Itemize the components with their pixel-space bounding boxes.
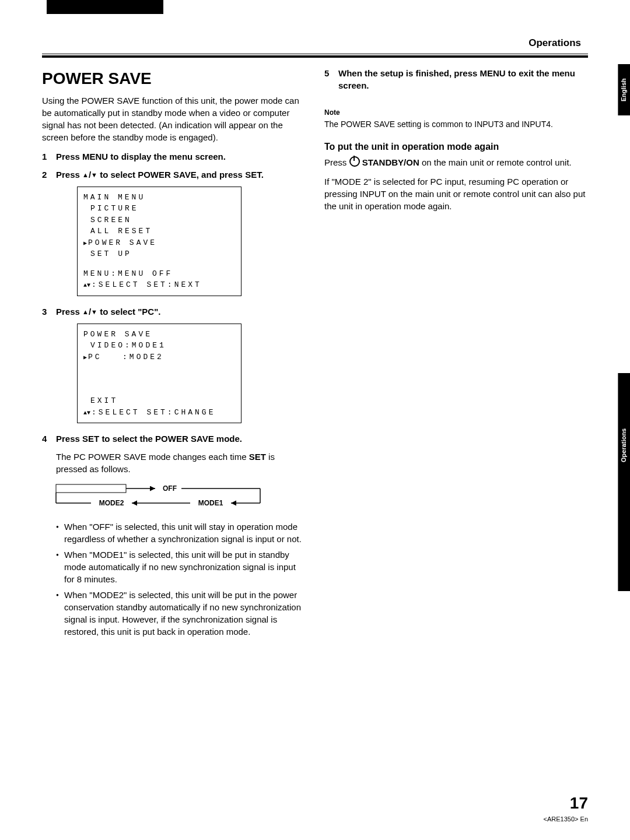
up-triangle-icon: ▲ — [82, 308, 89, 315]
top-black-bar — [47, 0, 163, 14]
note-text: The POWER SAVE setting is common to INPU… — [324, 119, 588, 131]
text: on the main unit or remote control unit. — [419, 157, 572, 167]
mode-bullets: When "OFF" is selected, this unit will s… — [42, 521, 306, 638]
page-title: POWER SAVE — [42, 67, 306, 90]
bullet-off: When "OFF" is selected, this unit will s… — [56, 521, 306, 545]
osd-line-selected: POWER SAVE — [83, 237, 235, 249]
step-1: 1 Press MENU to display the menu screen. — [42, 150, 306, 163]
resume-p1: Press STANDBY/ON on the main unit or rem… — [324, 156, 588, 168]
osd-text: PC — [88, 353, 102, 361]
side-tab-language: English — [618, 64, 630, 115]
up-triangle-icon: ▲ — [82, 171, 89, 178]
spacer — [324, 97, 588, 108]
text-bold: SET — [249, 452, 266, 462]
step-4: 4 Press SET to select the POWER SAVE mod… — [42, 433, 306, 445]
step-number: 5 — [324, 67, 332, 92]
right-column: 5 When the setup is finished, press MENU… — [324, 67, 588, 646]
step-text: Press ▲/▼ to select POWER SAVE, and pres… — [56, 168, 306, 181]
osd-text: POWER SAVE — [88, 238, 157, 247]
bullet-mode1: When "MODE1" is selected, this unit will… — [56, 549, 306, 585]
osd-spacer — [102, 353, 123, 361]
resume-heading: To put the unit in operation mode again — [324, 140, 588, 153]
svg-rect-0 — [56, 484, 126, 493]
osd-line: SET UP — [83, 248, 235, 260]
cycle-svg: OFF MODE1 MODE2 — [56, 482, 266, 509]
step-2: 2 Press ▲/▼ to select POWER SAVE, and pr… — [42, 168, 306, 181]
header-section-label: Operations — [42, 36, 588, 50]
mode-cycle-diagram: OFF MODE1 MODE2 — [56, 482, 306, 512]
step-number: 3 — [42, 305, 50, 318]
side-tab-section: Operations — [618, 373, 630, 591]
bullet-mode2: When "MODE2" is selected, this unit will… — [56, 589, 306, 638]
document-code: <ARE1350> En — [544, 815, 588, 824]
osd-spacer — [83, 260, 235, 268]
intro-paragraph: Using the POWER SAVE function of this un… — [42, 94, 306, 143]
osd-line: SCREEN — [83, 215, 235, 226]
left-column: POWER SAVE Using the POWER SAVE function… — [42, 67, 306, 646]
osd-line-nav: :SELECT SET:CHANGE — [83, 407, 235, 419]
note-label: Note — [324, 108, 588, 118]
cycle-off: OFF — [163, 484, 177, 493]
step-5: 5 When the setup is finished, press MENU… — [324, 67, 588, 92]
step-text: Press ▲/▼ to select "PC". — [56, 305, 306, 318]
text-bold: STANDBY/ON — [362, 157, 419, 167]
resume-p2: If "MODE 2" is selected for PC input, re… — [324, 175, 588, 212]
osd-text: :MODE2 — [123, 353, 164, 361]
step-text-pre: Press — [56, 170, 82, 180]
cycle-mode1: MODE1 — [198, 499, 223, 507]
step-4-body: The PC POWER SAVE mode changes each time… — [56, 451, 306, 475]
step-text: Press MENU to display the menu screen. — [56, 150, 306, 163]
osd-line: VIDEO:MODE1 — [83, 340, 235, 352]
osd-line: MENU:MENU OFF — [83, 268, 235, 280]
page-number: 17 — [570, 792, 588, 814]
osd-power-save: POWER SAVE VIDEO:MODE1 PC :MODE2 EXIT :S… — [77, 324, 242, 424]
step-text-post: to select "PC". — [97, 307, 160, 317]
osd-text: :SELECT SET:NEXT — [92, 280, 202, 289]
two-column-layout: POWER SAVE Using the POWER SAVE function… — [42, 67, 588, 646]
osd-line-selected: PC :MODE2 — [83, 352, 235, 363]
osd-line: MAIN MENU — [83, 192, 235, 203]
step-number: 2 — [42, 168, 50, 181]
power-icon — [349, 156, 360, 167]
osd-text: :SELECT SET:CHANGE — [92, 408, 215, 417]
osd-spacer — [83, 363, 235, 395]
cycle-mode2: MODE2 — [99, 499, 124, 507]
osd-line: EXIT — [83, 395, 235, 407]
osd-line: POWER SAVE — [83, 329, 235, 340]
step-number: 1 — [42, 150, 50, 163]
manual-page: English Operations Operations POWER SAVE… — [0, 0, 630, 840]
rule-thick — [42, 55, 588, 58]
step-text-post: to select POWER SAVE, and press SET. — [97, 170, 264, 180]
text: The PC POWER SAVE mode changes each time — [56, 452, 249, 462]
osd-main-menu: MAIN MENU PICTURE SCREEN ALL RESET POWER… — [77, 187, 242, 296]
step-text: Press SET to select the POWER SAVE mode. — [56, 433, 306, 445]
rule-thin — [42, 54, 588, 54]
down-triangle-icon: ▼ — [91, 171, 97, 178]
text: Press — [324, 157, 349, 167]
osd-line: PICTURE — [83, 203, 235, 215]
step-3: 3 Press ▲/▼ to select "PC". — [42, 305, 306, 318]
step-number: 4 — [42, 433, 50, 445]
osd-line-nav: :SELECT SET:NEXT — [83, 279, 235, 291]
down-triangle-icon: ▼ — [91, 308, 97, 315]
step-text-pre: Press — [56, 307, 82, 317]
step-text: When the setup is finished, press MENU t… — [338, 67, 588, 92]
osd-line: ALL RESET — [83, 226, 235, 237]
